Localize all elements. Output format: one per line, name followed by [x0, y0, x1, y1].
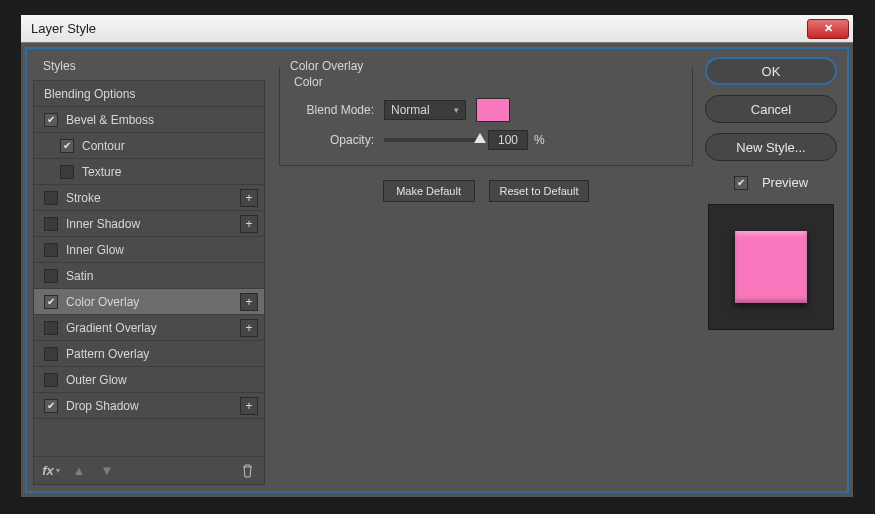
- add-effect-icon[interactable]: +: [240, 319, 258, 337]
- opacity-row: Opacity: 100 %: [292, 127, 680, 153]
- opacity-label: Opacity:: [292, 133, 384, 147]
- add-effect-icon[interactable]: +: [240, 397, 258, 415]
- group-legend: Color Overlay: [286, 59, 367, 73]
- preview-toggle-row: Preview: [705, 175, 837, 190]
- effect-row-contour[interactable]: Contour: [34, 133, 264, 159]
- opacity-slider[interactable]: [384, 138, 480, 142]
- close-button[interactable]: ✕: [807, 19, 849, 39]
- opacity-unit: %: [534, 133, 545, 147]
- close-icon: ✕: [824, 22, 833, 35]
- preview-swatch: [735, 231, 807, 303]
- effect-row-inner-glow[interactable]: Inner Glow: [34, 237, 264, 263]
- effect-row-texture[interactable]: Texture: [34, 159, 264, 185]
- sidebar-header-styles[interactable]: Styles: [33, 55, 265, 81]
- effect-checkbox[interactable]: [44, 373, 58, 387]
- color-overlay-group: Color Overlay Color Blend Mode: Normal ▾…: [279, 67, 693, 166]
- effect-label: Drop Shadow: [66, 399, 139, 413]
- effect-checkbox[interactable]: [44, 217, 58, 231]
- effect-checkbox[interactable]: [44, 191, 58, 205]
- reset-default-button[interactable]: Reset to Default: [489, 180, 590, 202]
- effect-checkbox[interactable]: [44, 347, 58, 361]
- effect-checkbox[interactable]: [44, 399, 58, 413]
- make-default-button[interactable]: Make Default: [383, 180, 475, 202]
- effect-label: Inner Shadow: [66, 217, 140, 231]
- sidebar-blending-options[interactable]: Blending Options: [34, 81, 264, 107]
- chevron-down-icon: ▾: [454, 105, 459, 115]
- cancel-button[interactable]: Cancel: [705, 95, 837, 123]
- settings-panel: Color Overlay Color Blend Mode: Normal ▾…: [265, 55, 701, 485]
- effect-label: Color Overlay: [66, 295, 139, 309]
- color-swatch[interactable]: [476, 98, 510, 122]
- preview-box: [708, 204, 834, 330]
- right-column: OK Cancel New Style... Preview: [701, 55, 841, 485]
- effect-label: Texture: [82, 165, 121, 179]
- effect-label: Stroke: [66, 191, 101, 205]
- sidebar: Styles Blending Options Bevel & EmbossCo…: [33, 55, 265, 485]
- titlebar[interactable]: Layer Style ✕: [21, 15, 853, 43]
- effect-row-drop-shadow[interactable]: Drop Shadow+: [34, 393, 264, 419]
- layer-style-window: Layer Style ✕ Styles Blending Options Be…: [20, 14, 854, 498]
- blend-mode-row: Blend Mode: Normal ▾: [292, 97, 680, 123]
- effect-label: Inner Glow: [66, 243, 124, 257]
- preview-checkbox[interactable]: [734, 176, 748, 190]
- effect-label: Bevel & Emboss: [66, 113, 154, 127]
- effect-row-satin[interactable]: Satin: [34, 263, 264, 289]
- effect-row-inner-shadow[interactable]: Inner Shadow+: [34, 211, 264, 237]
- dialog-body: Styles Blending Options Bevel & EmbossCo…: [25, 47, 849, 493]
- blend-mode-label: Blend Mode:: [292, 103, 384, 117]
- effects-list: Blending Options Bevel & EmbossContourTe…: [33, 81, 265, 485]
- opacity-input[interactable]: 100: [488, 130, 528, 150]
- effect-row-color-overlay[interactable]: Color Overlay+: [34, 289, 264, 315]
- effect-checkbox[interactable]: [44, 113, 58, 127]
- fx-menu-button[interactable]: fx▾: [42, 463, 60, 478]
- window-title: Layer Style: [31, 21, 807, 36]
- blend-mode-value: Normal: [391, 103, 430, 117]
- effect-label: Gradient Overlay: [66, 321, 157, 335]
- effect-checkbox[interactable]: [44, 321, 58, 335]
- effect-row-bevel-emboss[interactable]: Bevel & Emboss: [34, 107, 264, 133]
- move-down-icon[interactable]: ▼: [98, 463, 116, 478]
- slider-thumb-icon[interactable]: [474, 133, 486, 143]
- new-style-button[interactable]: New Style...: [705, 133, 837, 161]
- effect-row-pattern-overlay[interactable]: Pattern Overlay: [34, 341, 264, 367]
- trash-icon[interactable]: [238, 464, 256, 478]
- group-sublegend: Color: [294, 75, 323, 89]
- effect-label: Satin: [66, 269, 93, 283]
- add-effect-icon[interactable]: +: [240, 215, 258, 233]
- sidebar-footer: fx▾ ▲ ▼: [34, 456, 264, 484]
- effect-row-stroke[interactable]: Stroke+: [34, 185, 264, 211]
- preview-label: Preview: [762, 175, 808, 190]
- effect-label: Pattern Overlay: [66, 347, 149, 361]
- effect-checkbox[interactable]: [44, 269, 58, 283]
- add-effect-icon[interactable]: +: [240, 189, 258, 207]
- effect-label: Outer Glow: [66, 373, 127, 387]
- effect-row-gradient-overlay[interactable]: Gradient Overlay+: [34, 315, 264, 341]
- effect-checkbox[interactable]: [60, 165, 74, 179]
- move-up-icon[interactable]: ▲: [70, 463, 88, 478]
- sidebar-spacer: [34, 419, 264, 456]
- add-effect-icon[interactable]: +: [240, 293, 258, 311]
- effect-row-outer-glow[interactable]: Outer Glow: [34, 367, 264, 393]
- effect-checkbox[interactable]: [44, 295, 58, 309]
- effect-checkbox[interactable]: [60, 139, 74, 153]
- blend-mode-select[interactable]: Normal ▾: [384, 100, 466, 120]
- default-buttons-row: Make Default Reset to Default: [279, 180, 693, 202]
- effect-label: Contour: [82, 139, 125, 153]
- effect-checkbox[interactable]: [44, 243, 58, 257]
- ok-button[interactable]: OK: [705, 57, 837, 85]
